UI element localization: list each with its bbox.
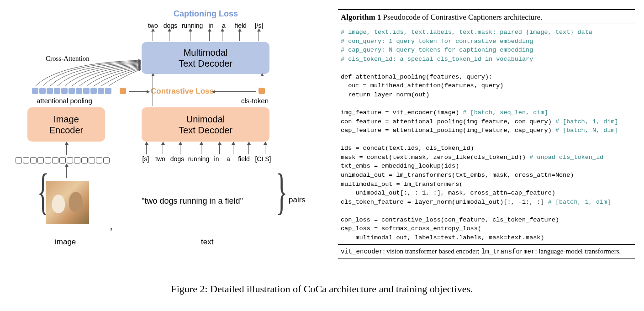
image-label: image: [55, 237, 76, 247]
captioning-loss-label: Captioning Loss: [174, 9, 238, 19]
attentional-pooling-tokens: [32, 88, 111, 94]
arrow-icon: [66, 166, 67, 178]
text-label: text: [201, 237, 213, 247]
input-token-row: [s] two dogs running in a field [CLS]: [140, 155, 272, 163]
pairs-label: pairs: [289, 195, 306, 205]
arrow-icon: [215, 91, 256, 92]
cross-attention-arrows: [32, 58, 142, 90]
image-patch-row: [16, 157, 110, 163]
arrow-icon: [66, 144, 67, 155]
brace-icon: }: [275, 163, 287, 221]
arrow-icon: [265, 144, 265, 154]
algorithm-title: Algorithm 1 Pseudocode of Contrastive Ca…: [338, 12, 635, 23]
contrastive-loss-label: Contrastive Loss: [151, 87, 214, 96]
unimodal-decoder-block: Unimodal Text Decoder: [142, 107, 269, 142]
cls-token-label: cls-token: [241, 97, 269, 105]
cls-token: [259, 88, 265, 94]
sample-image: [46, 181, 89, 224]
attentional-pooling-label: attentional pooling: [37, 97, 92, 105]
text-caption: "two dogs running in a field": [142, 196, 243, 206]
algorithm-box: Algorithm 1 Pseudocode of Contrastive Ca…: [338, 9, 635, 258]
arrow-icon: [153, 76, 153, 106]
arrow-icon: [209, 31, 210, 41]
arrow-icon: [169, 31, 169, 41]
architecture-diagram: Captioning Loss two dogs running in a fi…: [9, 9, 320, 269]
figure-caption: Figure 2: Detailed illustration of CoCa …: [9, 283, 635, 295]
multimodal-decoder-block: Multimodal Text Decoder: [142, 42, 269, 74]
arrow-icon: [153, 31, 153, 41]
arrow-icon: [201, 144, 201, 154]
algorithm-code: # image, text.ids, text.labels, text.mas…: [338, 23, 635, 244]
image-encoder-block: Image Encoder: [27, 107, 105, 142]
arrow-icon: [222, 31, 222, 41]
arrow-icon: [129, 91, 147, 92]
arrow-icon: [190, 31, 190, 41]
arrow-icon: [239, 31, 240, 41]
arrow-icon: [259, 31, 259, 41]
arrow-icon: [219, 144, 220, 154]
arrow-icon: [146, 144, 147, 154]
comma-label: ,: [110, 219, 113, 232]
arrow-icon: [233, 144, 233, 154]
arrow-icon: [163, 144, 163, 154]
arrow-icon: [248, 144, 249, 154]
arrow-icon: [262, 76, 262, 87]
algorithm-footer: vit_encoder: vision transformer based en…: [338, 244, 635, 256]
output-token-row: two dogs running in a field [/s]: [146, 22, 266, 29]
arrow-icon: [180, 144, 180, 154]
contrastive-token: [120, 88, 126, 94]
